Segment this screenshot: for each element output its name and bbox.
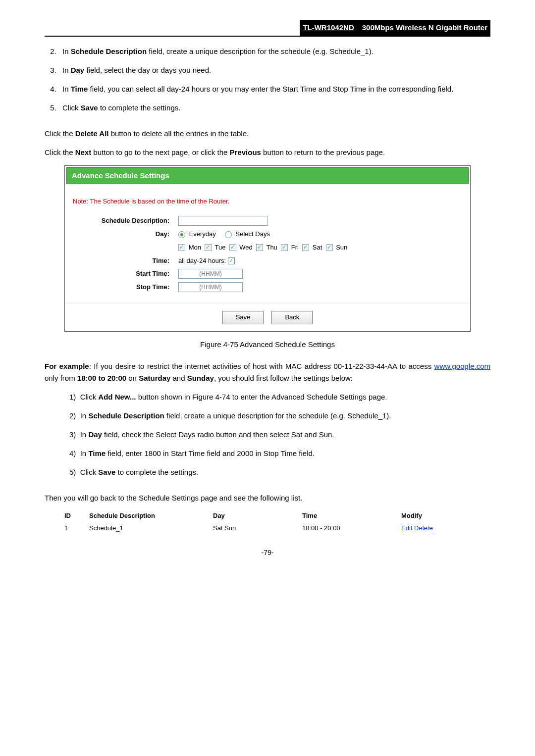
label-day: Day: (73, 229, 178, 240)
step-text: In Day field, select the day or days you… (62, 66, 211, 74)
list-item: 3) In Day field, check the Select Days r… (65, 429, 490, 448)
step-num: 2) (69, 411, 76, 420)
page-header: TL-WR1042ND 300Mbps Wireless N Gigabit R… (45, 20, 490, 37)
chk-fri[interactable] (281, 244, 288, 251)
list-item: In Time field, you can select all day-24… (58, 83, 490, 102)
th-desc: Schedule Description (89, 511, 213, 521)
panel-note: Note: The Schedule is based on the time … (65, 186, 470, 216)
step-text: Click Add New... button shown in Figure … (80, 393, 387, 401)
th-time: Time (302, 511, 401, 521)
td-day: Sat Sun (213, 523, 302, 534)
day-radio-group: Everyday Select Days (178, 229, 270, 240)
step-num: 1) (69, 393, 76, 401)
radio-everyday-label: Everyday (189, 230, 216, 238)
chk-sat[interactable] (302, 244, 309, 251)
table-row: 1 Schedule_1 Sat Sun 18:00 - 20:00 Edit … (64, 521, 471, 534)
top-steps-list: In Schedule Description field, create a … (45, 46, 490, 121)
label-time: Time: (73, 256, 178, 266)
chk-mon[interactable] (178, 244, 185, 251)
all-day-label: all day-24 hours: (178, 257, 226, 264)
example-link[interactable]: www.google.com (434, 362, 490, 370)
table-header-row: ID Schedule Description Day Time Modify (64, 511, 471, 521)
td-time: 18:00 - 20:00 (302, 523, 401, 534)
step-text: In Schedule Description field, create a … (80, 411, 391, 420)
step-text: In Time field, you can select all day-24… (62, 85, 453, 93)
back-button[interactable]: Back (271, 311, 313, 324)
chk-mon-label: Mon (189, 244, 201, 251)
chk-thu[interactable] (256, 244, 263, 251)
then-paragraph: Then you will go back to the Schedule Se… (45, 492, 490, 504)
label-schedule-description: Schedule Description: (73, 216, 178, 226)
list-item: 1) Click Add New... button shown in Figu… (65, 391, 490, 410)
chk-fri-label: Fri (291, 244, 299, 251)
step-text: In Day field, check the Select Days radi… (80, 430, 334, 439)
chk-sun-label: Sun (336, 244, 347, 251)
schedule-description-input[interactable] (178, 216, 268, 226)
chk-wed[interactable] (229, 244, 236, 251)
edit-link[interactable]: Edit (401, 524, 412, 532)
sub-steps-list: 1) Click Add New... button shown in Figu… (45, 391, 490, 485)
chk-sat-label: Sat (313, 244, 322, 251)
figure-caption: Figure 4-75 Advanced Schedule Settings (45, 339, 490, 351)
radio-everyday[interactable] (178, 231, 185, 238)
list-item: Click Save to complete the settings. (58, 102, 490, 121)
settings-panel-screenshot: Advance Schedule Settings Note: The Sche… (64, 165, 471, 332)
step-num: 5) (69, 468, 76, 476)
delete-link[interactable]: Delete (414, 524, 433, 532)
th-day: Day (213, 511, 302, 521)
chk-thu-label: Thu (266, 244, 277, 251)
list-item: In Day field, select the day or days you… (58, 64, 490, 83)
list-item: 2) In Schedule Description field, create… (65, 410, 490, 429)
chk-tue[interactable] (205, 244, 212, 251)
result-table: ID Schedule Description Day Time Modify … (64, 511, 471, 534)
step-text: In Time field, enter 1800 in Start Time … (80, 449, 315, 457)
step-text: Click Save to complete the settings. (62, 103, 180, 112)
radio-select-days-label: Select Days (236, 230, 270, 238)
step-num: 4) (69, 449, 76, 457)
step-num: 3) (69, 430, 76, 439)
label-stop-time: Stop Time: (73, 282, 178, 293)
day-checkboxes: Mon Tue Wed Thu Fri Sat Sun (178, 243, 347, 253)
example-paragraph: For example: If you desire to restrict t… (45, 360, 490, 384)
model-desc: 300Mbps Wireless N Gigabit Router (359, 20, 490, 36)
chk-all-day[interactable] (228, 257, 235, 264)
chk-tue-label: Tue (215, 244, 226, 251)
example-label: For example (45, 362, 89, 370)
start-time-input[interactable] (178, 269, 243, 279)
list-item: In Schedule Description field, create a … (58, 46, 490, 64)
paragraph-next-prev: Click the Next button to go to the next … (45, 147, 490, 158)
list-item: 4) In Time field, enter 1800 in Start Ti… (65, 448, 490, 466)
td-id: 1 (64, 523, 89, 534)
paragraph-delete-all: Click the Delete All button to delete al… (45, 128, 490, 140)
label-start-time: Start Time: (73, 269, 178, 279)
stop-time-input[interactable] (178, 282, 243, 292)
chk-sun[interactable] (326, 244, 333, 251)
page-number: -79- (45, 547, 490, 558)
model-code: TL-WR1042ND (300, 20, 359, 36)
panel-title: Advance Schedule Settings (66, 167, 469, 184)
td-desc: Schedule_1 (89, 523, 213, 534)
th-modify: Modify (401, 511, 461, 521)
td-modify: Edit Delete (401, 523, 461, 534)
step-text: In Schedule Description field, create a … (62, 47, 374, 55)
example-body-1: : If you desire to restrict the internet… (89, 362, 434, 370)
example-body-2: only from 18:00 to 20:00 on Saturday and… (45, 374, 353, 382)
radio-select-days[interactable] (225, 231, 232, 238)
th-id: ID (64, 511, 89, 521)
save-button[interactable]: Save (222, 311, 264, 324)
step-text: Click Save to complete the settings. (80, 468, 198, 476)
list-item: 5) Click Save to complete the settings. (65, 466, 490, 485)
chk-wed-label: Wed (239, 244, 253, 251)
